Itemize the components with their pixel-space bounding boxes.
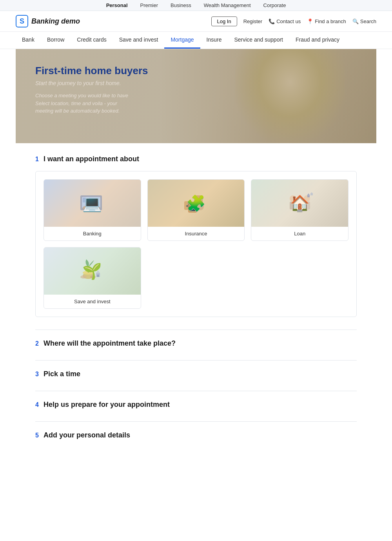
card-insurance-image: ➕ ❤️ 📷 (148, 180, 245, 227)
appointment-type-container: Banking ➕ ❤️ 📷 (35, 171, 357, 317)
top-navigation: Personal Premier Business Wealth Managem… (0, 0, 392, 11)
nav-credit-cards[interactable]: Credit cards (71, 32, 113, 49)
register-link[interactable]: Register (243, 18, 262, 24)
svg-point-33 (90, 275, 96, 279)
search-icon: 🔍 (352, 18, 359, 24)
hero-description: Choose a meeting you would like to have … (35, 92, 172, 115)
logo-text: Banking demo (31, 17, 80, 26)
step-5-title: Add your personal details (44, 431, 130, 439)
step-4-divider (35, 391, 357, 391)
step-1: 1 I want an appointment about (35, 155, 357, 317)
nav-bank[interactable]: Bank (16, 32, 41, 49)
svg-point-26 (83, 273, 94, 279)
svg-rect-20 (295, 206, 300, 207)
phone-icon: 📞 (269, 18, 275, 24)
step-3-divider (35, 360, 357, 361)
card-banking-image (44, 180, 141, 227)
step-5: 5 Add your personal details (35, 421, 357, 439)
appointment-cards-row1: Banking ➕ ❤️ 📷 (44, 179, 348, 241)
card-banking[interactable]: Banking (44, 179, 141, 241)
card-insurance[interactable]: ➕ ❤️ 📷 Insurance (147, 179, 245, 241)
login-button[interactable]: Log In (211, 16, 237, 26)
step-1-header: 1 I want an appointment about (35, 155, 357, 163)
svg-rect-1 (82, 197, 100, 208)
svg-point-32 (80, 275, 87, 279)
svg-point-15 (290, 195, 296, 202)
step-2-divider (35, 330, 357, 330)
step-2-number: 2 (35, 340, 39, 347)
svg-point-7 (92, 206, 100, 210)
top-nav-personal[interactable]: Personal (106, 2, 128, 8)
step-5-header: 5 Add your personal details (35, 431, 357, 439)
svg-rect-10 (194, 195, 203, 204)
hero-banner: First-time home buyers Start the journey… (16, 49, 376, 143)
svg-marker-24 (310, 192, 313, 194)
nav-fraud-privacy[interactable]: Fraud and privacy (289, 32, 346, 49)
step-3: 3 Pick a time (35, 360, 357, 378)
hero-subtitle: Start the journey to your first home. (35, 80, 172, 86)
top-nav-corporate[interactable]: Corporate (263, 2, 286, 8)
main-navigation: Bank Borrow Credit cards Save and invest… (0, 32, 392, 49)
step-4-number: 4 (35, 401, 39, 408)
hero-title: First-time home buyers (35, 65, 172, 77)
logo-icon: S (16, 15, 28, 27)
svg-marker-22 (307, 193, 310, 195)
svg-rect-12 (188, 204, 197, 213)
card-loan-label: Loan (251, 227, 348, 240)
svg-rect-21 (295, 208, 301, 208)
svg-rect-3 (91, 199, 95, 200)
svg-point-6 (83, 206, 92, 210)
svg-rect-30 (97, 275, 99, 277)
svg-rect-23 (307, 195, 310, 197)
card-loan-image (251, 180, 348, 227)
step-3-title: Pick a time (44, 370, 80, 378)
step-3-number: 3 (35, 371, 39, 378)
card-loan[interactable]: Loan (251, 179, 348, 241)
svg-rect-4 (91, 200, 94, 201)
nav-borrow[interactable]: Borrow (41, 32, 71, 49)
appointment-cards-row2: Save and invest (44, 247, 348, 309)
svg-rect-19 (294, 205, 306, 212)
svg-text:📷: 📷 (189, 206, 195, 211)
svg-text:➕: ➕ (185, 203, 191, 209)
find-branch-link[interactable]: 📍 Find a branch (307, 18, 346, 24)
step-1-number: 1 (35, 156, 39, 163)
card-save-invest[interactable]: Save and invest (44, 247, 141, 309)
svg-rect-0 (80, 195, 102, 210)
search-link[interactable]: 🔍 Search (352, 18, 376, 24)
nav-mortgage[interactable]: Mortgage (164, 32, 200, 49)
nav-save-invest[interactable]: Save and invest (113, 32, 165, 49)
step-4-header: 4 Help us prepare for your appointment (35, 401, 357, 409)
pin-icon: 📍 (307, 18, 313, 24)
step-2-title: Where will the appointment take place? (44, 339, 176, 348)
step-2: 2 Where will the appointment take place? (35, 330, 357, 348)
svg-rect-5 (91, 202, 96, 203)
site-header: S Banking demo Log In Register 📞 Contact… (0, 11, 392, 32)
step-4: 4 Help us prepare for your appointment (35, 391, 357, 409)
step-2-header: 2 Where will the appointment take place? (35, 339, 357, 348)
top-nav-wealth[interactable]: Wealth Management (204, 2, 251, 8)
svg-rect-16 (290, 202, 296, 209)
card-save-invest-label: Save and invest (44, 295, 141, 308)
svg-point-17 (304, 195, 310, 202)
svg-point-14 (198, 202, 204, 210)
svg-text:❤️: ❤️ (195, 197, 201, 203)
nav-service-support[interactable]: Service and support (228, 32, 289, 49)
header-actions: Log In Register 📞 Contact us 📍 Find a br… (211, 16, 376, 26)
main-content: 1 I want an appointment about (27, 143, 365, 464)
logo-area: S Banking demo (16, 15, 211, 27)
svg-rect-18 (304, 202, 310, 209)
top-nav-premier[interactable]: Premier (140, 2, 158, 8)
top-nav-business[interactable]: Business (171, 2, 191, 8)
step-5-divider (35, 421, 357, 422)
nav-insure[interactable]: Insure (200, 32, 228, 49)
step-4-title: Help us prepare for your appointment (44, 401, 170, 409)
card-insurance-label: Insurance (148, 227, 245, 240)
step-5-number: 5 (35, 432, 39, 439)
step-3-header: 3 Pick a time (35, 370, 357, 378)
card-banking-label: Banking (44, 227, 141, 240)
contact-us-link[interactable]: 📞 Contact us (269, 18, 301, 24)
svg-marker-28 (96, 270, 100, 273)
card-save-invest-image (44, 248, 141, 295)
svg-point-27 (83, 271, 94, 275)
